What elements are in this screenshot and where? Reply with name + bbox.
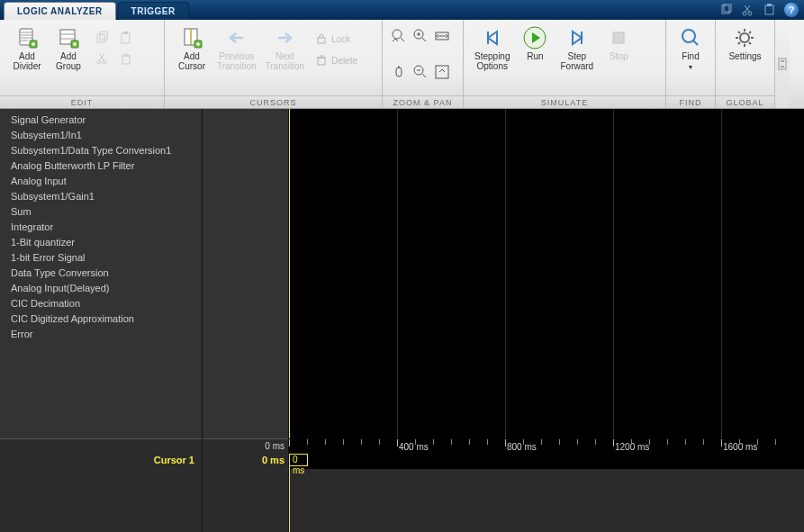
ruler-zero-label: 0 ms (265, 441, 285, 451)
signal-row[interactable]: Integrator (0, 220, 202, 235)
svg-rect-4 (765, 5, 773, 14)
small-copy-icon (94, 29, 112, 47)
signal-row[interactable]: Sum (0, 204, 202, 220)
cursor-name[interactable]: Cursor 1 (154, 455, 194, 465)
copy-icon[interactable] (719, 3, 734, 17)
ribbon-group-simulate: Stepping Options Run Step Forward Stop (464, 20, 666, 108)
tick-label: 1200 ms (615, 442, 649, 452)
help-icon[interactable]: ? (784, 3, 799, 17)
svg-rect-27 (613, 32, 624, 43)
pan-icon[interactable] (390, 63, 408, 81)
cursor-value-left: 0 ms (262, 455, 285, 465)
workspace: Signal GeneratorSubsystem1/In1Subsystem1… (0, 109, 804, 532)
ribbon-group-zoom-pan: ZOOM & PAN (383, 20, 464, 108)
time-column: 0 ms 0 ms (203, 109, 289, 532)
small-cut-icon (94, 50, 112, 68)
signal-row[interactable]: Data Type Conversion (0, 266, 202, 281)
trash-icon (315, 54, 328, 67)
cursor-plus-icon (179, 25, 204, 50)
ribbon-group-cursors: Add Cursor Previous Transition Next Tran… (165, 20, 383, 108)
signal-panel: Signal GeneratorSubsystem1/In1Subsystem1… (0, 109, 203, 532)
svg-rect-11 (100, 32, 107, 40)
signal-row[interactable]: Analog Input(Delayed) (0, 281, 202, 296)
settings-button[interactable]: Settings (725, 23, 764, 63)
ribbon-group-global: Settings GLOBAL (716, 20, 775, 108)
svg-rect-25 (436, 66, 448, 78)
small-delete-icon (117, 50, 135, 68)
svg-rect-14 (122, 33, 130, 43)
svg-rect-16 (122, 56, 130, 64)
step-forward-icon (565, 25, 590, 50)
signal-row[interactable]: Subsystem1/Data Type Conversion1 (0, 143, 202, 158)
tick-label: 400 ms (399, 442, 429, 452)
tab-trigger[interactable]: TRIGGER (118, 2, 189, 20)
zoom-in-time-icon[interactable] (390, 27, 408, 45)
search-icon (678, 25, 703, 50)
ribbon-label-global: GLOBAL (716, 95, 774, 108)
signal-row[interactable]: Analog Butterworth LP Filter (0, 158, 202, 174)
ribbon-label-edit: EDIT (0, 95, 164, 108)
group-plus-icon (56, 25, 81, 50)
svg-rect-19 (318, 38, 325, 43)
stop-icon (606, 25, 631, 50)
run-button[interactable]: Run (515, 23, 555, 63)
ribbon-scroll-button[interactable] (775, 20, 790, 108)
signal-row[interactable]: CIC Decimation (0, 296, 202, 311)
tab-logic-analyzer[interactable]: LOGIC ANALYZER (4, 2, 116, 20)
tick-label: 800 ms (507, 442, 537, 452)
tick-label: 1600 ms (723, 442, 757, 452)
stepping-options-button[interactable]: Stepping Options (471, 23, 513, 73)
signal-row[interactable]: Error (0, 327, 202, 342)
tab-bar: LOGIC ANALYZER TRIGGER ? (0, 0, 804, 20)
signal-row[interactable]: 1-Bit quantizer (0, 235, 202, 250)
svg-point-29 (740, 33, 749, 42)
arrow-left-icon (224, 25, 249, 50)
waveform-area[interactable]: 400 ms 800 ms 1200 ms 1600 ms 0 ms (289, 109, 804, 532)
cut-icon[interactable] (741, 3, 755, 17)
add-group-button[interactable]: Add Group (49, 23, 88, 73)
svg-rect-10 (97, 34, 104, 42)
stop-button: Stop (599, 23, 638, 63)
svg-point-21 (393, 30, 402, 39)
ribbon-label-zoom-pan: ZOOM & PAN (383, 95, 463, 108)
fit-to-window-icon[interactable] (433, 63, 451, 81)
cursor-line-lower (289, 469, 290, 532)
next-transition-button: Next Transition (262, 23, 309, 73)
zoom-out-icon[interactable] (411, 63, 429, 81)
gear-icon (732, 25, 757, 50)
add-cursor-button[interactable]: Add Cursor (172, 23, 212, 73)
find-button[interactable]: Find▼ (671, 23, 710, 74)
ribbon: Add Divider Add Group EDIT (0, 20, 804, 109)
cursor-flag[interactable]: 0 ms (289, 454, 308, 466)
ribbon-label-cursors: CURSORS (165, 95, 382, 108)
signal-row[interactable]: 1-bit Error Signal (0, 250, 202, 266)
signal-row[interactable]: Subsystem1/In1 (0, 128, 202, 143)
ribbon-label-find: FIND (666, 95, 715, 108)
add-divider-button[interactable]: Add Divider (7, 23, 47, 73)
svg-point-28 (682, 30, 695, 42)
fit-to-view-icon[interactable] (433, 27, 451, 45)
signal-row[interactable]: Subsystem1/Gain1 (0, 189, 202, 204)
zoom-in-icon[interactable] (411, 27, 429, 45)
step-forward-button[interactable]: Step Forward (556, 23, 597, 73)
delete-cursor-button: Delete (315, 54, 357, 67)
lock-icon (315, 32, 328, 45)
signal-row[interactable]: Signal Generator (0, 113, 202, 128)
document-plus-icon (14, 25, 40, 50)
small-paste-icon (117, 29, 135, 47)
svg-rect-5 (767, 4, 772, 6)
lock-button: Lock (315, 32, 357, 45)
previous-transition-button: Previous Transition (213, 23, 260, 73)
arrow-right-icon (272, 25, 297, 50)
ribbon-label-simulate: SIMULATE (464, 95, 665, 108)
play-icon (522, 25, 547, 50)
svg-rect-20 (318, 58, 325, 65)
cursor-line[interactable] (289, 109, 290, 438)
signal-row[interactable]: CIC Digitized Approximation (0, 311, 202, 327)
paste-icon[interactable] (763, 3, 777, 17)
signal-row[interactable]: Analog Input (0, 174, 202, 189)
svg-rect-1 (724, 4, 731, 12)
signal-list: Signal GeneratorSubsystem1/In1Subsystem1… (0, 109, 202, 438)
ribbon-group-edit: Add Divider Add Group EDIT (0, 20, 165, 108)
svg-rect-15 (123, 32, 128, 34)
